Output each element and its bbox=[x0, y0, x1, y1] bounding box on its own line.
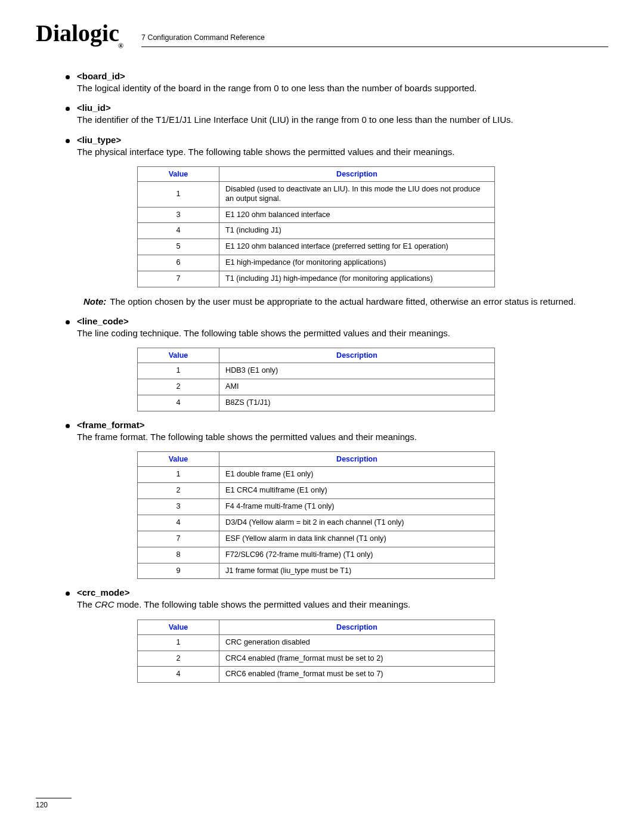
param-crc-mode: <crc_mode> The CRC mode. The following t… bbox=[66, 587, 578, 683]
bullet-icon bbox=[66, 320, 70, 324]
cell-value: 8 bbox=[138, 547, 219, 563]
footer-rule bbox=[36, 798, 72, 798]
page-footer: 120 bbox=[36, 798, 608, 809]
col-value: Value bbox=[138, 452, 219, 467]
cell-value: 1 bbox=[138, 634, 219, 651]
brand-name: Dialogic bbox=[36, 19, 119, 47]
crc-text-italic: CRC bbox=[95, 599, 114, 609]
table-row: 5E1 120 ohm balanced interface (preferre… bbox=[138, 239, 495, 255]
param-board-id: <board_id> The logical identity of the b… bbox=[66, 71, 578, 94]
note-label: Note: bbox=[83, 296, 106, 308]
table-row: 7ESF (Yellow alarm in data link channel … bbox=[138, 531, 495, 547]
param-text: The frame format. The following table sh… bbox=[77, 431, 578, 443]
cell-description: T1 (including J1) high-impedance (for mo… bbox=[219, 271, 495, 287]
cell-description: D3/D4 (Yellow alarm = bit 2 in each chan… bbox=[219, 515, 495, 531]
cell-value: 6 bbox=[138, 255, 219, 271]
page-content: <board_id> The logical identity of the b… bbox=[36, 51, 608, 683]
param-title: <board_id> bbox=[77, 71, 125, 81]
param-text: The line coding technique. The following… bbox=[77, 327, 578, 339]
col-description: Description bbox=[219, 620, 495, 634]
param-title: <crc_mode> bbox=[77, 587, 129, 597]
col-description: Description bbox=[219, 166, 495, 181]
param-title: <frame_format> bbox=[77, 420, 144, 430]
cell-value: 4 bbox=[138, 395, 219, 411]
cell-value: 1 bbox=[138, 181, 219, 207]
cell-description: AMI bbox=[219, 379, 495, 395]
table-row: 3F4 4-frame multi-frame (T1 only) bbox=[138, 499, 495, 515]
param-liu-id: <liu_id> The identifier of the T1/E1/J1 … bbox=[66, 103, 578, 126]
chapter-rule: 7 Configuration Command Reference bbox=[141, 33, 608, 47]
cell-description: B8ZS (T1/J1) bbox=[219, 395, 495, 411]
bullet-icon bbox=[66, 107, 70, 111]
cell-value: 2 bbox=[138, 379, 219, 395]
param-title: <liu_id> bbox=[77, 103, 111, 113]
crc-text-suffix: mode. The following table shows the perm… bbox=[114, 599, 411, 609]
cell-description: CRC6 enabled (frame_format must be set t… bbox=[219, 667, 495, 683]
table-row: 2AMI bbox=[138, 379, 495, 395]
param-line-code: <line_code> The line coding technique. T… bbox=[66, 316, 578, 411]
param-text: The logical identity of the board in the… bbox=[77, 82, 578, 94]
cell-value: 2 bbox=[138, 651, 219, 667]
param-text: The physical interface type. The followi… bbox=[77, 146, 578, 158]
liu-type-rows: 1Disabled (used to deactivate an LIU). I… bbox=[138, 181, 495, 287]
cell-value: 3 bbox=[138, 499, 219, 515]
cell-value: 5 bbox=[138, 239, 219, 255]
param-liu-type: <liu_type> The physical interface type. … bbox=[66, 135, 578, 287]
chapter-title: 7 Configuration Command Reference bbox=[141, 33, 608, 47]
param-text: The CRC mode. The following table shows … bbox=[77, 599, 578, 611]
param-text: The identifier of the T1/E1/J1 Line Inte… bbox=[77, 114, 578, 126]
bullet-icon bbox=[66, 75, 70, 79]
table-row: 4CRC6 enabled (frame_format must be set … bbox=[138, 667, 495, 683]
document-page: Dialogic® 7 Configuration Command Refere… bbox=[0, 0, 644, 833]
bullet-icon bbox=[66, 139, 70, 143]
cell-description: ESF (Yellow alarm in data link channel (… bbox=[219, 531, 495, 547]
cell-description: E1 120 ohm balanced interface bbox=[219, 207, 495, 223]
cell-value: 7 bbox=[138, 271, 219, 287]
crc-mode-rows: 1CRC generation disabled2CRC4 enabled (f… bbox=[138, 634, 495, 683]
param-title: <line_code> bbox=[77, 316, 129, 326]
table-row: 2E1 CRC4 multiframe (E1 only) bbox=[138, 483, 495, 499]
cell-value: 2 bbox=[138, 483, 219, 499]
cell-description: CRC4 enabled (frame_format must be set t… bbox=[219, 651, 495, 667]
bullet-icon bbox=[66, 592, 70, 596]
cell-value: 4 bbox=[138, 223, 219, 239]
cell-description: HDB3 (E1 only) bbox=[219, 363, 495, 379]
cell-description: J1 frame format (liu_type must be T1) bbox=[219, 563, 495, 579]
crc-text-prefix: The bbox=[77, 599, 95, 609]
param-title: <liu_type> bbox=[77, 135, 121, 145]
col-value: Value bbox=[138, 166, 219, 181]
cell-description: E1 CRC4 multiframe (E1 only) bbox=[219, 483, 495, 499]
cell-value: 3 bbox=[138, 207, 219, 223]
cell-value: 4 bbox=[138, 515, 219, 531]
cell-value: 9 bbox=[138, 563, 219, 579]
cell-description: Disabled (used to deactivate an LIU). In… bbox=[219, 181, 495, 207]
cell-description: E1 high-impedance (for monitoring applic… bbox=[219, 255, 495, 271]
table-row: 9J1 frame format (liu_type must be T1) bbox=[138, 563, 495, 579]
param-frame-format: <frame_format> The frame format. The fol… bbox=[66, 420, 578, 579]
brand-logo: Dialogic® bbox=[36, 19, 125, 47]
line-code-table: Value Description 1HDB3 (E1 only)2AMI4B8… bbox=[137, 348, 495, 411]
table-row: 3E1 120 ohm balanced interface bbox=[138, 207, 495, 223]
col-value: Value bbox=[138, 348, 219, 363]
cell-description: F72/SLC96 (72-frame multi-frame) (T1 onl… bbox=[219, 547, 495, 563]
table-row: 1HDB3 (E1 only) bbox=[138, 363, 495, 379]
page-number: 120 bbox=[36, 801, 608, 809]
cell-value: 7 bbox=[138, 531, 219, 547]
frame-format-table: Value Description 1E1 double frame (E1 o… bbox=[137, 451, 495, 579]
col-value: Value bbox=[138, 620, 219, 634]
table-row: 6E1 high-impedance (for monitoring appli… bbox=[138, 255, 495, 271]
note: Note: The option chosen by the user must… bbox=[83, 296, 578, 308]
table-row: 7T1 (including J1) high-impedance (for m… bbox=[138, 271, 495, 287]
table-row: 4D3/D4 (Yellow alarm = bit 2 in each cha… bbox=[138, 515, 495, 531]
table-row: 1Disabled (used to deactivate an LIU). I… bbox=[138, 181, 495, 207]
page-header: Dialogic® 7 Configuration Command Refere… bbox=[36, 19, 608, 51]
cell-value: 4 bbox=[138, 667, 219, 683]
cell-value: 1 bbox=[138, 363, 219, 379]
liu-type-table: Value Description 1Disabled (used to dea… bbox=[137, 166, 495, 287]
cell-description: CRC generation disabled bbox=[219, 634, 495, 651]
note-text: The option chosen by the user must be ap… bbox=[110, 296, 575, 308]
table-row: 4T1 (including J1) bbox=[138, 223, 495, 239]
cell-description: E1 double frame (E1 only) bbox=[219, 467, 495, 483]
col-description: Description bbox=[219, 348, 495, 363]
bullet-icon bbox=[66, 424, 70, 428]
